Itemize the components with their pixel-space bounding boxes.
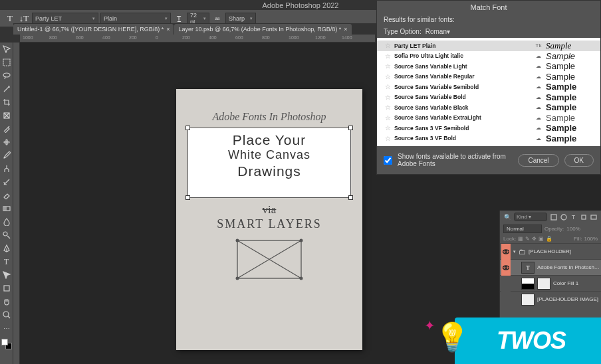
font-list-item[interactable]: ☆Source Sans Variable Regular☁Sample: [377, 72, 600, 82]
document-canvas[interactable]: Adobe Fonts In Photoshop Place Your Whit…: [176, 89, 362, 350]
visibility-toggle[interactable]: [501, 292, 511, 308]
hand-tool-icon[interactable]: [1, 296, 12, 307]
star-icon[interactable]: ☆: [385, 94, 394, 101]
fill-value[interactable]: 100%: [584, 236, 598, 242]
tab-untitled[interactable]: Untitled-1 @ 66,7% ([YOUR DESIGN HERE], …: [13, 24, 174, 35]
font-list-item[interactable]: ☆Source Sans Variable Semibold☁Sample: [377, 82, 600, 92]
color-swatches[interactable]: [1, 339, 12, 349]
font-list-item[interactable]: ☆Source Sans Variable ExtraLight☁Sample: [377, 113, 600, 124]
font-sample: Sample: [546, 72, 592, 82]
visibility-toggle[interactable]: [501, 260, 511, 276]
clone-tool-icon[interactable]: [1, 163, 12, 174]
ruler-vertical[interactable]: [13, 43, 20, 364]
star-icon[interactable]: ☆: [385, 42, 394, 49]
layer-mask-thumbnail[interactable]: [537, 278, 550, 290]
eyedropper-tool-icon[interactable]: [1, 124, 12, 134]
layer-name[interactable]: [PLACEHOLDER IMAGE]: [537, 296, 600, 302]
star-icon[interactable]: ☆: [385, 73, 394, 80]
star-icon[interactable]: ☆: [385, 83, 394, 90]
kind-filter-dropdown[interactable]: Kind ▾: [514, 213, 547, 221]
font-style-dropdown[interactable]: Plain▾: [100, 13, 171, 24]
ruler-horizontal[interactable]: 1000 800 600 400 200 0 200 400 600 800 1…: [20, 35, 375, 43]
opacity-value[interactable]: 100%: [566, 226, 580, 232]
close-icon[interactable]: ×: [166, 26, 170, 33]
anti-alias-dropdown[interactable]: Sharp▾: [225, 13, 256, 24]
font-list-item[interactable]: ☆Source Sans Variable Black☁Sample: [377, 102, 600, 113]
cancel-button[interactable]: Cancel: [518, 154, 558, 167]
path-tool-icon[interactable]: [1, 270, 12, 280]
move-tool-icon[interactable]: [1, 44, 12, 54]
type-option-dropdown[interactable]: Roman▾: [425, 28, 460, 35]
brush-tool-icon[interactable]: [1, 150, 12, 161]
resize-handle[interactable]: [348, 195, 353, 200]
font-list-item[interactable]: ☆Source Sans 3 VF Bold☁Sample: [377, 134, 600, 144]
visibility-toggle[interactable]: [501, 244, 511, 260]
lasso-tool-icon[interactable]: [1, 70, 12, 81]
foreground-swatch[interactable]: [1, 339, 8, 345]
filter-adjustment-icon[interactable]: [560, 213, 567, 221]
layer-name[interactable]: Adobe Fonts In Photoshop: [537, 264, 600, 270]
resize-handle[interactable]: [348, 126, 353, 130]
layer-item[interactable]: ▾ 🗀 [PLACEHOLDER]: [500, 243, 601, 259]
shape-tool-icon[interactable]: [1, 283, 12, 294]
filter-image-icon[interactable]: [550, 213, 557, 221]
font-list-item[interactable]: ☆Party LET PlainTkSample: [377, 41, 600, 51]
layer-item[interactable]: Color Fill 1: [500, 275, 601, 291]
font-list-item[interactable]: ☆Sofia Pro Ultra Light italic☁Sample: [377, 51, 600, 62]
star-icon[interactable]: ☆: [385, 114, 394, 122]
healing-tool-icon[interactable]: [1, 137, 12, 147]
visibility-toggle[interactable]: [501, 276, 511, 292]
layer-thumbnail[interactable]: [521, 278, 535, 290]
star-icon[interactable]: ☆: [385, 52, 394, 60]
lock-artboard-icon[interactable]: ▣: [539, 236, 544, 242]
filter-type-icon[interactable]: T: [570, 213, 577, 221]
gradient-tool-icon[interactable]: [1, 203, 12, 214]
lock-position-icon[interactable]: ✥: [532, 236, 537, 242]
marquee-tool-icon[interactable]: [1, 57, 12, 68]
lock-transparent-icon[interactable]: ▦: [518, 236, 523, 242]
filter-shape-icon[interactable]: [580, 213, 587, 221]
star-icon[interactable]: ☆: [385, 135, 394, 142]
frame-tool-icon[interactable]: [1, 110, 12, 121]
edit-toolbar-icon[interactable]: ⋯: [1, 323, 12, 333]
resize-handle[interactable]: [185, 195, 190, 200]
text-edit-frame[interactable]: Place Your White Canvas Drawings: [187, 128, 351, 198]
lock-all-icon[interactable]: 🔒: [546, 236, 552, 242]
svg-rect-22: [551, 215, 556, 220]
type-tool-icon[interactable]: T: [1, 256, 12, 267]
layer-item[interactable]: T Adobe Fonts In Photoshop: [500, 259, 601, 275]
history-brush-icon[interactable]: [1, 177, 12, 187]
layer-item[interactable]: [PLACEHOLDER IMAGE]: [500, 291, 601, 307]
star-icon[interactable]: ☆: [385, 104, 394, 111]
blur-tool-icon[interactable]: [1, 217, 12, 227]
wand-tool-icon[interactable]: [1, 84, 12, 94]
filter-smart-icon[interactable]: [590, 213, 597, 221]
layer-name[interactable]: [PLACEHOLDER]: [529, 248, 600, 254]
eraser-tool-icon[interactable]: [1, 190, 12, 201]
close-icon[interactable]: ×: [344, 26, 347, 33]
star-icon[interactable]: ☆: [385, 62, 394, 70]
font-list-item[interactable]: ☆Source Sans Variable Light☁Sample: [377, 61, 600, 72]
ok-button[interactable]: OK: [564, 154, 594, 167]
crop-tool-icon[interactable]: [1, 97, 12, 108]
layer-thumbnail[interactable]: T: [521, 262, 535, 274]
star-icon[interactable]: ☆: [385, 124, 394, 132]
font-family-dropdown[interactable]: Party LET▾: [32, 13, 98, 24]
font-list-item[interactable]: ☆Source Sans Variable Bold☁Sample: [377, 92, 600, 103]
lock-pixels-icon[interactable]: ✎: [525, 236, 530, 242]
font-list-item[interactable]: ☆Source Sans 3 VF Semibold☁Sample: [377, 123, 600, 134]
type-tool-icon[interactable]: T: [4, 13, 16, 24]
tab-layer10[interactable]: Layer 10.psb @ 66,7% (Adobe Fonts In Pho…: [174, 24, 351, 35]
font-size-dropdown[interactable]: 72 pt▾: [187, 13, 209, 24]
resize-handle[interactable]: [185, 126, 190, 130]
blend-mode-dropdown[interactable]: Normal: [503, 225, 542, 233]
layer-name[interactable]: Color Fill 1: [553, 280, 600, 286]
collapse-icon[interactable]: ▾: [513, 249, 516, 254]
canvas-text[interactable]: Place Your White Canvas Drawings: [188, 128, 350, 179]
zoom-tool-icon[interactable]: [1, 310, 12, 320]
dodge-tool-icon[interactable]: [1, 230, 12, 240]
layer-thumbnail[interactable]: [521, 294, 535, 306]
pen-tool-icon[interactable]: [1, 243, 12, 254]
show-fonts-checkbox[interactable]: [384, 156, 392, 165]
orientation-icon[interactable]: ↓T: [18, 13, 30, 24]
